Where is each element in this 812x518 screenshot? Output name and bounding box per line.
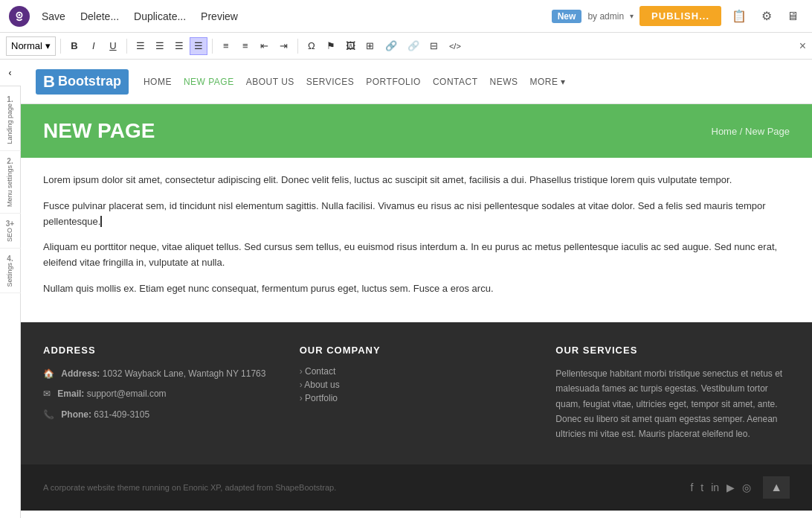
sidebar-item-label-3: SEO [6, 228, 14, 242]
sidebar-item-number-1: 1. [7, 95, 13, 103]
toolbar-separator-2 [126, 39, 127, 54]
toolbar-separator-3 [212, 39, 213, 54]
facebook-icon[interactable]: f [690, 482, 693, 493]
main-content[interactable]: Lorem ipsum dolor sit amet, consectetur … [21, 158, 812, 322]
footer-link-portfolio[interactable]: Portfolio [300, 393, 534, 403]
ordered-list-button[interactable]: ≡ [236, 37, 254, 55]
content-paragraph-1: Lorem ipsum dolor sit amet, consectetur … [43, 173, 790, 188]
main-layout: ‹ 1. Landing page 2. Menu settings 3+ SE… [0, 60, 812, 518]
align-justify-button[interactable]: ☰ [190, 37, 207, 55]
indent-less-button[interactable]: ⇤ [256, 37, 274, 55]
left-sidebar: ‹ 1. Landing page 2. Menu settings 3+ SE… [0, 60, 21, 518]
sidebar-item-number-4: 4. [7, 255, 13, 263]
link-button[interactable]: 🔗 [381, 37, 402, 55]
indent-more-button[interactable]: ⇥ [275, 37, 293, 55]
footer-address-col: ADDRESS 🏠 Address: 1032 Wayback Lane, Wa… [43, 345, 277, 442]
home-icon: 🏠 [43, 368, 54, 379]
bootstrap-nav: B Bootstrap HOME NEW PAGE ABOUT US SERVI… [21, 60, 812, 104]
save-button[interactable]: Save [36, 7, 71, 25]
format-value: Normal [11, 40, 42, 51]
footer-address-title: ADDRESS [43, 345, 277, 356]
flag-button[interactable]: ⚑ [322, 37, 340, 55]
unlink-button[interactable]: 🔗 [403, 37, 424, 55]
nav-link-portfolio[interactable]: PORTFOLIO [366, 77, 421, 87]
nav-link-home[interactable]: HOME [144, 77, 172, 87]
underline-button[interactable]: U [104, 37, 122, 55]
sidebar-item-label-2: Menu settings [6, 165, 14, 207]
page-title: New Page [43, 119, 155, 143]
content-paragraph-2: Fusce pulvinar placerat sem, id tincidun… [43, 199, 790, 230]
editor-toolbar: Normal ▾ B I U ☰ ☰ ☰ ☰ ≡ ≡ ⇤ ⇥ Ω ⚑ 🖼 ⊞ 🔗… [0, 33, 812, 60]
nav-link-news[interactable]: NEWS [490, 77, 518, 87]
nav-link-more[interactable]: MORE ▾ [530, 77, 566, 87]
sidebar-item-label-4: Settings [6, 263, 14, 287]
duplicate-button[interactable]: Duplicate... [128, 7, 192, 25]
linkedin-icon[interactable]: in [711, 482, 719, 493]
content-paragraph-4: Nullam quis mollis ex. Etiam eget nunc c… [43, 281, 790, 297]
settings-icon-button[interactable]: ⚙ [757, 6, 776, 26]
instagram-icon[interactable]: ◎ [742, 482, 751, 493]
align-right-button[interactable]: ☰ [170, 37, 188, 55]
nav-link-newpage[interactable]: NEW PAGE [184, 77, 234, 87]
preview-button[interactable]: Preview [195, 7, 244, 25]
table2-button[interactable]: ⊟ [425, 37, 443, 55]
align-center-button[interactable]: ☰ [151, 37, 169, 55]
sidebar-item-seo[interactable]: 3+ SEO [0, 214, 21, 249]
youtube-icon[interactable]: ▶ [726, 482, 735, 493]
author-label: by admin [587, 11, 624, 22]
format-dropdown[interactable]: Normal ▾ [6, 36, 56, 56]
nav-link-contact[interactable]: CONTACT [433, 77, 478, 87]
back-to-top-button[interactable]: ▲ [763, 476, 790, 499]
footer-copyright: A corporate website theme running on Eno… [43, 483, 690, 492]
clipboard-icon-button[interactable]: 📋 [727, 6, 751, 26]
top-bar: Save Delete... Duplicate... Preview New … [0, 0, 812, 33]
top-bar-right: New by admin ▾ PUBLISH... 📋 ⚙ 🖥 [552, 6, 803, 26]
hero-section: New Page Home / New Page [21, 104, 812, 158]
nav-link-services[interactable]: SERVICES [306, 77, 354, 87]
sidebar-item-settings[interactable]: 4. Settings [0, 249, 21, 294]
phone-icon: 📞 [43, 409, 54, 420]
svg-point-1 [19, 13, 21, 16]
toolbar-separator-4 [297, 39, 298, 54]
email-icon: ✉ [43, 388, 51, 399]
footer-services-title: OUR SERVICES [555, 345, 790, 356]
footer-section: ADDRESS 🏠 Address: 1032 Wayback Lane, Wa… [21, 322, 812, 464]
align-left-button[interactable]: ☰ [132, 37, 149, 55]
bootstrap-logo-icon: B [43, 72, 55, 92]
footer-bottom: A corporate website theme running on Eno… [21, 464, 812, 511]
footer-phone-line: 📞 Phone: 631-409-3105 [43, 407, 277, 423]
app-logo [9, 6, 30, 27]
social-links: f t in ▶ ◎ [690, 482, 751, 493]
nav-link-about[interactable]: ABOUT US [246, 77, 294, 87]
breadcrumb: Home / New Page [712, 126, 790, 137]
twitter-icon[interactable]: t [700, 482, 703, 493]
footer-address-line: 🏠 Address: 1032 Wayback Lane, Wantagh NY… [43, 366, 277, 383]
bold-button[interactable]: B [65, 37, 83, 55]
bullet-list-button[interactable]: ≡ [217, 37, 235, 55]
table-insert-button[interactable]: ⊞ [361, 37, 379, 55]
format-arrow: ▾ [45, 40, 51, 51]
bootstrap-logo: B Bootstrap [36, 69, 129, 95]
delete-button[interactable]: Delete... [74, 7, 125, 25]
sidebar-item-landing[interactable]: 1. Landing page [0, 89, 21, 151]
content-area: B Bootstrap HOME NEW PAGE ABOUT US SERVI… [21, 60, 812, 518]
sidebar-item-menu[interactable]: 2. Menu settings [0, 151, 21, 214]
status-badge: New [552, 10, 582, 23]
special-char-button[interactable]: Ω [303, 37, 320, 55]
bootstrap-logo-text: Bootstrap [58, 74, 121, 89]
publish-button[interactable]: PUBLISH... [639, 6, 721, 26]
footer-link-contact[interactable]: Contact [300, 366, 534, 377]
footer-link-about[interactable]: About us [300, 380, 534, 390]
page-sidebar: 1. Landing page 2. Menu settings 3+ SEO … [0, 86, 21, 293]
status-dropdown-arrow[interactable]: ▾ [630, 12, 634, 20]
sidebar-item-number-2: 2. [7, 157, 13, 165]
nav-links: HOME NEW PAGE ABOUT US SERVICES PORTFOLI… [144, 77, 566, 87]
image-button[interactable]: 🖼 [341, 37, 360, 55]
toolbar-close-button[interactable]: × [799, 39, 806, 53]
monitor-icon-button[interactable]: 🖥 [782, 7, 803, 26]
sidebar-item-label-1: Landing page [6, 103, 14, 144]
footer-company-col: OUR COMPANY Contact About us Portfolio [300, 345, 534, 442]
code-button[interactable]: </> [445, 37, 465, 55]
italic-button[interactable]: I [85, 37, 103, 55]
sidebar-toggle[interactable]: ‹ [0, 60, 21, 86]
